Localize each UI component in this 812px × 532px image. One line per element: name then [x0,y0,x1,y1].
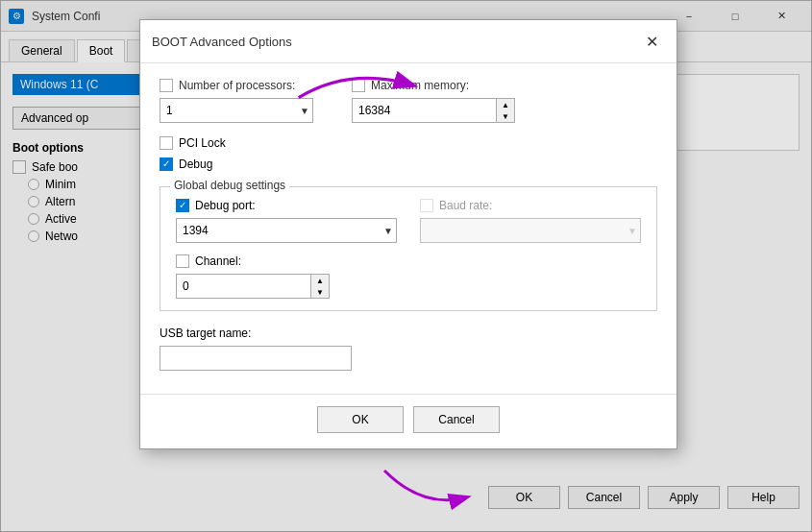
dialog-cancel-button[interactable]: Cancel [413,406,500,433]
channel-checkbox[interactable] [176,254,189,268]
max-memory-spinner: ▲ ▼ [352,98,515,123]
dialog-title: BOOT Advanced Options [152,35,292,49]
channel-spinner: ▲ ▼ [176,274,397,299]
num-processors-select[interactable]: 1 [160,98,313,123]
max-memory-label: Maximum memory: [371,79,469,92]
dialog-titlebar: BOOT Advanced Options ✕ [140,20,677,63]
global-debug-section: Global debug settings ✓ Debug port: 1394 [160,186,657,311]
pci-lock-checkbox[interactable] [160,136,173,150]
debug-label: Debug [179,157,212,171]
debug-port-col: ✓ Debug port: 1394 ▼ [176,199,397,243]
debug-item: ✓ Debug [160,157,657,171]
channel-label-row: Channel: [176,254,397,268]
debug-port-checkbox[interactable]: ✓ [176,199,189,212]
max-memory-group: Maximum memory: ▲ ▼ [352,79,515,123]
global-debug-title: Global debug settings [170,179,289,192]
baud-rate-col: Baud rate: ▼ [420,199,641,243]
max-memory-checkbox[interactable] [352,79,365,92]
baud-rate-checkbox [420,199,433,212]
baud-rate-label-row: Baud rate: [420,199,641,212]
channel-input[interactable] [176,274,310,299]
usb-target-input[interactable] [160,346,352,371]
mid-checkboxes: PCI Lock ✓ Debug [160,136,657,171]
baud-rate-select [420,218,641,243]
dialog-close-button[interactable]: ✕ [638,28,665,55]
max-memory-checkbox-row: Maximum memory: [352,79,515,92]
debug-port-select-container: 1394 ▼ [176,218,397,243]
top-options-row: Number of processors: 1 ▼ Maximum memory… [160,79,657,123]
baud-rate-label: Baud rate: [439,199,492,212]
channel-down-button[interactable]: ▼ [311,286,329,298]
pci-lock-label: PCI Lock [179,136,226,150]
baud-rate-select-container: ▼ [420,218,641,243]
channel-up-button[interactable]: ▲ [311,275,329,286]
usb-label: USB target name: [160,326,657,340]
usb-section: USB target name: [160,326,657,371]
max-memory-up-button[interactable]: ▲ [497,99,514,110]
num-processors-group: Number of processors: 1 ▼ [160,79,313,123]
boot-advanced-dialog: BOOT Advanced Options ✕ Number of proces… [139,19,677,449]
channel-label: Channel: [195,254,241,268]
dialog-body: Number of processors: 1 ▼ Maximum memory… [140,63,677,394]
debug-port-checkmark-icon: ✓ [179,201,186,210]
dialog-footer: OK Cancel [140,394,677,448]
num-processors-checkbox-row: Number of processors: [160,79,313,92]
num-processors-label: Number of processors: [179,79,295,92]
num-processors-select-container: 1 ▼ [160,98,313,123]
debug-port-select[interactable]: 1394 [176,218,397,243]
pci-lock-item: PCI Lock [160,136,657,150]
max-memory-input[interactable] [352,98,496,123]
dialog-ok-button[interactable]: OK [317,406,404,433]
debug-port-label-row: ✓ Debug port: [176,199,397,212]
debug-checkmark-icon: ✓ [162,159,170,169]
num-processors-checkbox[interactable] [160,79,173,92]
channel-col: Channel: ▲ ▼ [176,254,397,299]
channel-spinner-buttons: ▲ ▼ [310,274,330,299]
max-memory-spinner-buttons: ▲ ▼ [496,98,515,123]
debug-checkbox[interactable]: ✓ [160,157,173,171]
debug-grid: ✓ Debug port: 1394 ▼ Baud [176,199,641,299]
max-memory-down-button[interactable]: ▼ [497,110,514,122]
debug-port-label: Debug port: [195,199,256,212]
